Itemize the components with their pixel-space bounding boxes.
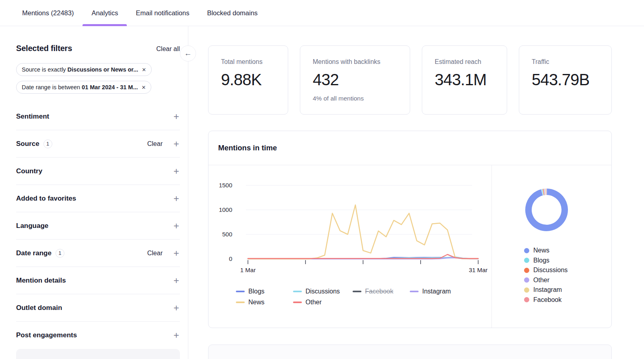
chart-title: Mentions in time bbox=[218, 144, 277, 152]
close-icon[interactable]: ✕ bbox=[142, 67, 146, 73]
legend-dot-icon bbox=[524, 258, 529, 263]
tab-label: Analytics bbox=[91, 9, 118, 17]
legend-label: News bbox=[248, 299, 264, 306]
filter-section-label: Date range bbox=[16, 249, 52, 257]
stat-value: 543.79B bbox=[532, 71, 611, 89]
legend-item-instagram[interactable]: Instagram bbox=[410, 288, 451, 295]
filter-section-language[interactable]: Language+ bbox=[16, 212, 180, 240]
tab-email-notifications[interactable]: Email notifications bbox=[127, 0, 198, 26]
line-chart-legend: BlogsDiscussionsFacebookInstagramNewsOth… bbox=[236, 288, 451, 306]
plus-icon[interactable]: + bbox=[173, 276, 179, 285]
legend-item-blogs[interactable]: Blogs bbox=[236, 288, 293, 295]
line-chart-panel: 1500100050001 Mar31 Mar BlogsDiscussions… bbox=[208, 165, 492, 328]
legend-dot-icon bbox=[524, 248, 529, 253]
filter-section-sentiment[interactable]: Sentiment+ bbox=[16, 103, 180, 130]
sidebar-divider bbox=[188, 26, 188, 359]
donut-legend-item-other[interactable]: Other bbox=[524, 275, 568, 285]
donut-legend-item-instagram[interactable]: Instagram bbox=[524, 285, 568, 295]
donut-panel: NewsBlogsDiscussionsOtherInstagramFacebo… bbox=[492, 165, 611, 328]
filter-section-label: Source bbox=[16, 140, 39, 148]
legend-dash-icon bbox=[410, 291, 419, 292]
tab-label: Mentions (22483) bbox=[22, 9, 74, 17]
stat-label: Mentions with backlinks bbox=[313, 58, 410, 66]
stat-card-total-mentions: Total mentions9.88K bbox=[208, 45, 288, 115]
donut-slice-news bbox=[528, 192, 565, 228]
legend-item-facebook[interactable]: Facebook bbox=[353, 288, 410, 295]
clear-all-button[interactable]: Clear all bbox=[156, 45, 180, 53]
legend-dot-icon bbox=[524, 277, 529, 283]
clear-filter-button[interactable]: Clear bbox=[147, 250, 163, 257]
stat-value: 432 bbox=[313, 71, 410, 89]
chip-text: Source is exactly bbox=[22, 66, 66, 73]
legend-dot-icon bbox=[524, 287, 529, 293]
plus-icon[interactable]: + bbox=[173, 112, 179, 121]
filter-section-label: Added to favorites bbox=[16, 195, 76, 203]
legend-label: Other bbox=[305, 299, 322, 306]
mentions-line-chart: 1500100050001 Mar31 Mar bbox=[208, 165, 491, 286]
plus-icon[interactable]: + bbox=[173, 330, 179, 340]
legend-item-news[interactable]: News bbox=[236, 299, 293, 306]
stat-card-mentions-with-backlinks: Mentions with backlinks4324% of all ment… bbox=[300, 45, 410, 115]
plus-icon[interactable]: + bbox=[173, 221, 179, 231]
x-tick-label-end: 31 Mar bbox=[469, 267, 488, 273]
filter-section-outlet-domain[interactable]: Outlet domain+ bbox=[16, 294, 180, 322]
filter-section-label: Post engagements bbox=[16, 331, 77, 339]
filter-section-label: Mention details bbox=[16, 277, 66, 285]
chip-text: Date range is between bbox=[22, 84, 80, 90]
donut-legend-item-facebook[interactable]: Facebook bbox=[524, 295, 568, 305]
active-tab-underline bbox=[83, 24, 127, 26]
collapse-sidebar-button[interactable]: ← bbox=[180, 45, 196, 62]
tab-mentions-22483[interactable]: Mentions (22483) bbox=[13, 0, 83, 26]
filter-section-date-range[interactable]: Date range1Clear+ bbox=[16, 240, 180, 267]
tab-label: Blocked domains bbox=[207, 9, 258, 17]
donut-chart bbox=[522, 186, 571, 234]
close-icon[interactable]: ✕ bbox=[142, 84, 146, 90]
legend-dash-icon bbox=[293, 302, 302, 303]
donut-legend-label: Blogs bbox=[533, 257, 549, 264]
next-section-card-partial bbox=[208, 345, 612, 359]
filter-chip-source[interactable]: Source is exactlyDiscussions or News or.… bbox=[16, 63, 152, 76]
filter-section-label: Outlet domain bbox=[16, 304, 62, 312]
stat-card-estimated-reach: Estimated reach343.1M bbox=[422, 45, 507, 115]
filter-section-source[interactable]: Source1Clear+ bbox=[16, 130, 180, 158]
tab-label: Email notifications bbox=[136, 9, 189, 17]
y-tick-label: 1000 bbox=[219, 206, 232, 213]
legend-label: Facebook bbox=[365, 288, 393, 295]
plus-icon[interactable]: + bbox=[173, 194, 179, 203]
y-tick-label: 0 bbox=[229, 255, 232, 262]
filter-chip-date-range[interactable]: Date range is between01 Mar 2024 - 31 M.… bbox=[16, 81, 151, 94]
plus-icon[interactable]: + bbox=[173, 139, 179, 149]
y-tick-label: 500 bbox=[222, 231, 232, 238]
stat-value: 343.1M bbox=[435, 71, 507, 89]
legend-dash-icon bbox=[293, 291, 302, 292]
filter-section-post-engagements[interactable]: Post engagements+ bbox=[16, 322, 180, 349]
donut-legend-item-blogs[interactable]: Blogs bbox=[524, 256, 568, 266]
legend-dot-icon bbox=[524, 268, 529, 273]
y-tick-label: 1500 bbox=[219, 182, 232, 189]
selected-filters-header: Selected filters Clear all bbox=[16, 44, 180, 55]
filter-section-country[interactable]: Country+ bbox=[16, 158, 180, 185]
donut-legend-label: Instagram bbox=[533, 286, 562, 293]
donut-legend-item-news[interactable]: News bbox=[524, 246, 568, 256]
donut-legend-item-discussions[interactable]: Discussions bbox=[524, 265, 568, 275]
filter-section-added-to-favorites[interactable]: Added to favorites+ bbox=[16, 185, 180, 212]
donut-legend-label: Discussions bbox=[533, 267, 568, 274]
filter-count-badge: 1 bbox=[56, 249, 64, 258]
stat-card-traffic: Traffic543.79B bbox=[519, 45, 612, 115]
filters-sidebar: Selected filters Clear all Source is exa… bbox=[16, 26, 180, 359]
arrow-left-icon: ← bbox=[184, 49, 192, 58]
plus-icon[interactable]: + bbox=[173, 248, 179, 258]
plus-icon[interactable]: + bbox=[173, 303, 179, 313]
tab-analytics[interactable]: Analytics bbox=[83, 0, 127, 26]
chart-card-body: 1500100050001 Mar31 Mar BlogsDiscussions… bbox=[208, 165, 611, 328]
donut-legend: NewsBlogsDiscussionsOtherInstagramFacebo… bbox=[524, 246, 568, 305]
plus-icon[interactable]: + bbox=[173, 166, 179, 176]
legend-label: Instagram bbox=[422, 288, 451, 295]
legend-item-other[interactable]: Other bbox=[293, 299, 353, 306]
filter-section-mention-details[interactable]: Mention details+ bbox=[16, 267, 180, 294]
legend-label: Blogs bbox=[248, 288, 264, 295]
legend-item-discussions[interactable]: Discussions bbox=[293, 288, 353, 295]
legend-dash-icon bbox=[236, 291, 245, 292]
clear-filter-button[interactable]: Clear bbox=[147, 140, 163, 148]
tab-blocked-domains[interactable]: Blocked domains bbox=[198, 0, 266, 26]
